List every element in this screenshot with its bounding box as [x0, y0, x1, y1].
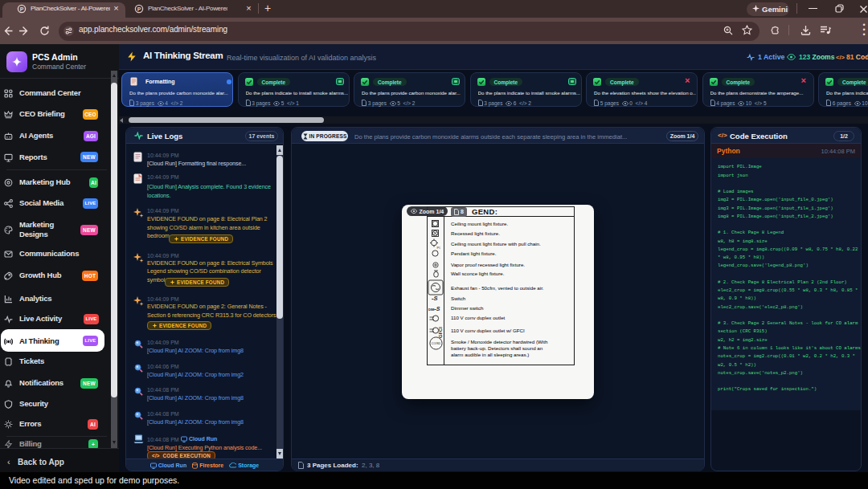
svg-text:P: P [20, 6, 24, 12]
svg-text:PC: PC [437, 246, 441, 250]
svg-text:CO/SD: CO/SD [431, 342, 440, 345]
svg-text:P: P [137, 6, 141, 12]
